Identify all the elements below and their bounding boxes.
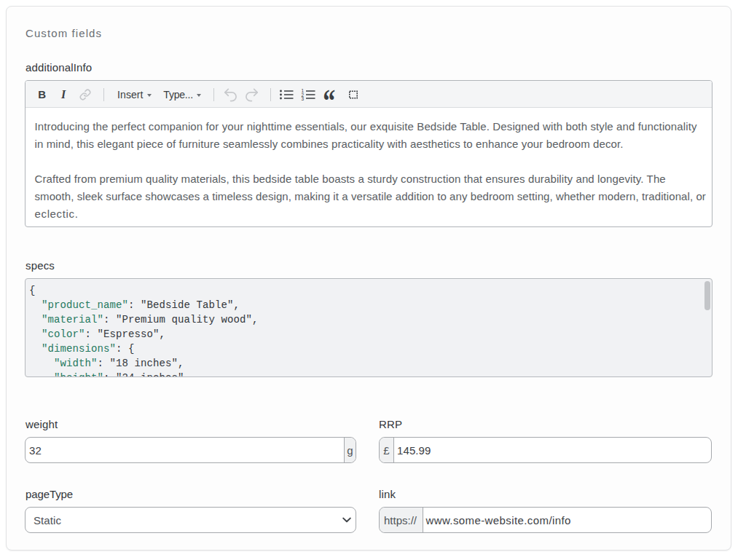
svg-text:3: 3 [301, 96, 304, 101]
